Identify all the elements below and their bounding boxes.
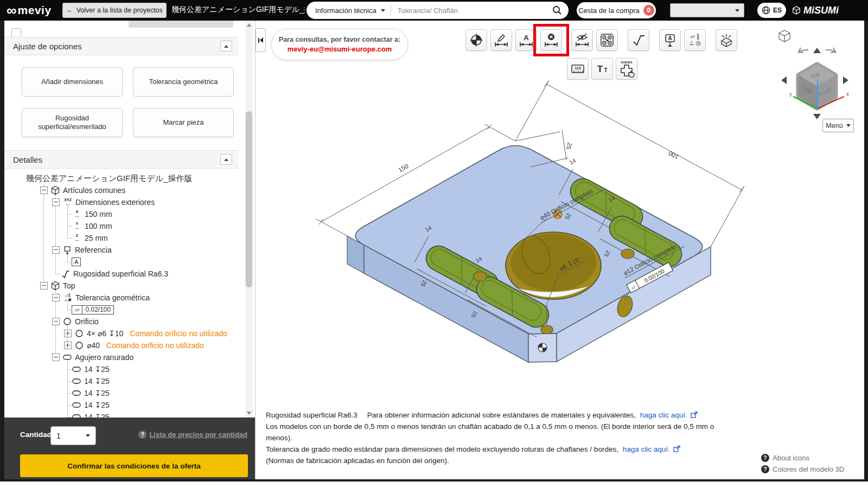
mark-part-button[interactable]: Marcar pieza [133, 108, 234, 137]
tree-item-slot-group[interactable]: Agujero ranurado [4, 351, 243, 363]
tree-item-slot[interactable]: 14 ↧25 [4, 411, 243, 418]
materials-link[interactable]: haga clic aquí. [640, 411, 687, 419]
tree-item-hole-40[interactable]: ⌀40 Comando orificio no utilizado [4, 339, 243, 351]
tree-item-common[interactable]: Artículos comunes [4, 184, 243, 196]
flatness-symbol: ▱ [72, 306, 82, 314]
datum-icon [62, 245, 72, 255]
tree-item-geotol[interactable]: ▱∥ ⊥◉ Tolerancia geométrica [4, 292, 243, 304]
search-icon[interactable] [552, 5, 562, 15]
chevron-down-icon [735, 9, 739, 12]
collapse-node-icon[interactable] [52, 354, 60, 361]
tree-item-label: 25 mm [85, 234, 108, 242]
tree-item-label: Tolerancia geométrica [75, 293, 150, 302]
tilt-down-arrow[interactable] [813, 114, 821, 119]
slot-icon [72, 364, 81, 374]
tree-item-hole-6[interactable]: 4× ⌀6 ↧10 Comando orificio no utilizado [4, 328, 243, 339]
sidebar-scrollbar[interactable] [245, 21, 253, 418]
window-edge-bottom [0, 479, 868, 481]
back-to-projects-button[interactable]: ← Volver a la lista de proyectos [62, 3, 167, 18]
search-input[interactable] [391, 7, 552, 15]
info-category-dropdown[interactable]: Información técnica [307, 4, 391, 16]
cube-icon [50, 185, 60, 195]
rotate-left-icon[interactable] [799, 48, 808, 53]
hole-icon [74, 341, 84, 350]
tree-item-slot[interactable]: 14 ↧25 [4, 363, 243, 375]
empty-dropdown[interactable] [670, 3, 744, 17]
quantity-select[interactable]: 1 [50, 426, 96, 445]
tree-item-label: 14 ↧25 [84, 413, 110, 418]
rotate-right-icon[interactable] [826, 48, 835, 53]
tree-item-datum-a[interactable]: A [4, 256, 243, 268]
help-links: ? About icons ? Colores del modelo 3D [761, 454, 844, 477]
confirm-offer-button[interactable]: Confirmar las condiciones de la oferta [20, 454, 248, 477]
view-cube-widget[interactable]: Top Left Front y x z [758, 26, 856, 134]
dim-25-label: 25 [565, 142, 573, 150]
tree-item-dim-z[interactable]: Z↔ 25 mm [4, 232, 243, 244]
hole-6[interactable] [541, 325, 553, 334]
collapse-node-icon[interactable] [40, 282, 48, 290]
tree-item-label: Artículos comunes [63, 186, 125, 195]
model-colors-link[interactable]: ? Colores del modelo 3D [761, 465, 844, 473]
collapse-node-icon[interactable] [52, 198, 60, 206]
misumi-logo-text: MiSUMi [803, 5, 839, 16]
axis-z-label: z [820, 79, 822, 85]
tree-item-label: 14 ↧25 [84, 401, 110, 409]
rotate-left-arrow[interactable] [781, 76, 787, 84]
back-arrow-icon: ← [66, 7, 73, 14]
scrollbar-thumb[interactable] [246, 111, 252, 287]
about-icons-link[interactable]: ? About icons [761, 454, 844, 462]
add-dimensions-button[interactable]: Añadir dimensiones [22, 67, 123, 97]
meviy-logo[interactable]: ∞ meviy [7, 2, 52, 18]
tree-item-label: 150 mm [85, 210, 112, 219]
tree-item-slot[interactable]: 14 ↧25 [4, 375, 243, 387]
note-origin: (Normas de fabricación aplicadas en func… [266, 455, 776, 466]
quantity-label: Cantidad [20, 431, 52, 439]
collapse-node-icon[interactable] [52, 318, 60, 325]
language-button[interactable]: ES [757, 3, 786, 18]
details-panel-header: Detalles [4, 150, 239, 169]
expand-node-icon[interactable] [64, 342, 72, 349]
tree-item-roughness[interactable]: Rugosidad superficial Ra6.3 [4, 268, 243, 280]
tree-item-slot[interactable]: 14 ↧25 [4, 399, 243, 411]
tree-item-hole-group[interactable]: Orificio [4, 316, 243, 328]
cube-mini-icon[interactable] [779, 30, 790, 42]
model-colors-label: Colores del modelo 3D [773, 465, 844, 473]
collapse-node-icon[interactable] [40, 187, 48, 194]
tree-item-label: Agujero ranurado [75, 353, 133, 362]
tree-item-top[interactable]: Top [4, 280, 243, 292]
geometric-tolerance-button[interactable]: Tolerancia geométrica [133, 67, 234, 97]
tree-item-flatness[interactable]: ▱ 0.02/100 [4, 304, 243, 316]
slot-icon [72, 412, 81, 418]
tree-item-dim-x[interactable]: X↔ 150 mm [4, 208, 243, 220]
scroll-up-icon[interactable] [247, 23, 251, 27]
misumi-logo-icon [792, 6, 801, 15]
collapse-options-button[interactable] [220, 41, 232, 52]
surface-roughness-button[interactable]: Rugosidad superficial/esmerilado [22, 108, 123, 137]
collapse-node-icon[interactable] [52, 246, 60, 254]
tree-root[interactable]: 幾何公差アニメーションGIF用モデル_操作版 [4, 169, 243, 184]
collapse-node-icon[interactable] [52, 294, 60, 301]
hole-6[interactable] [621, 249, 634, 259]
scrolled-button-remnant [129, 21, 233, 28]
tree-root-label: 幾何公差アニメーションGIF用モデル_操作版 [26, 174, 193, 184]
menu-button[interactable]: Menú [822, 119, 854, 132]
hole-40[interactable] [506, 232, 601, 299]
tree-item-label: Orificio [75, 317, 99, 326]
collapse-details-button[interactable] [220, 154, 232, 165]
meviy-logo-icon: ∞ [7, 3, 17, 17]
hole-6[interactable] [474, 272, 487, 281]
rotate-right-arrow[interactable] [843, 76, 848, 84]
tree-item-dim-y[interactable]: Y↔ 100 mm [4, 220, 243, 232]
tree-item-datum[interactable]: Referencia [4, 244, 243, 256]
scroll-down-icon[interactable] [247, 412, 251, 415]
tilt-up-arrow[interactable] [813, 48, 821, 53]
cart-button[interactable]: Cesta de la compra 0 [577, 2, 656, 18]
cube-icon [50, 281, 60, 291]
price-list-link[interactable]: ? Lista de precios por cantidad [138, 431, 247, 439]
tree-item-dimensions[interactable]: XYZ↔ Dimensiones exteriores [4, 196, 243, 208]
tree-item-slot[interactable]: 14 ↧25 [4, 387, 243, 399]
tolerance-link[interactable]: haga clic aquí. [623, 445, 670, 453]
expand-node-icon[interactable] [64, 330, 72, 337]
chevron-down-icon [86, 434, 90, 437]
price-list-label: Lista de precios por cantidad [149, 431, 247, 439]
